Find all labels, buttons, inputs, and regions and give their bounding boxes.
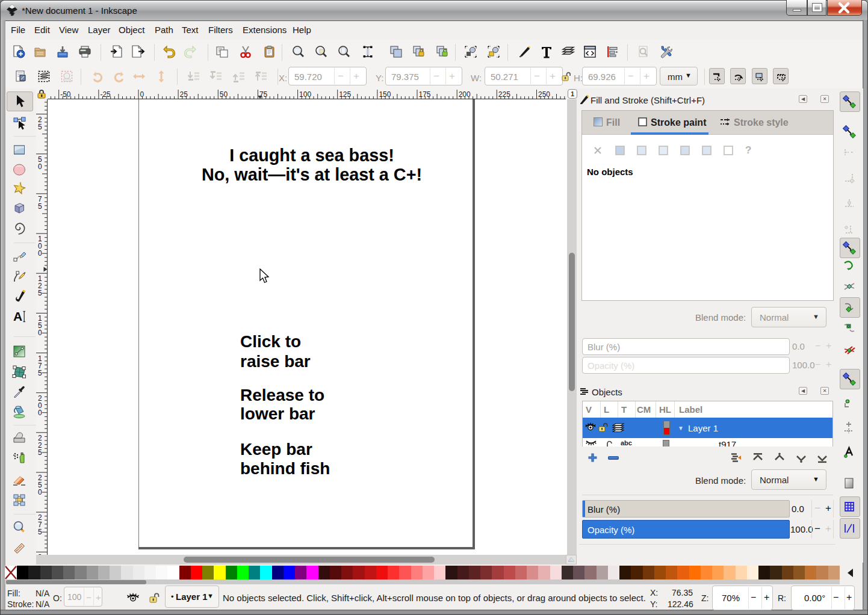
svg-text:0: 0 <box>38 329 42 337</box>
svg-text:5: 5 <box>38 289 42 297</box>
svg-text:5: 5 <box>38 123 42 131</box>
svg-text:0: 0 <box>38 249 42 258</box>
svg-text:250: 250 <box>538 90 550 99</box>
svg-text:0: 0 <box>38 162 42 171</box>
svg-text:5: 5 <box>38 448 42 457</box>
svg-text:100: 100 <box>299 90 311 99</box>
svg-text:-25: -25 <box>100 90 111 99</box>
svg-text:0: 0 <box>38 488 42 496</box>
svg-text:50: 50 <box>220 90 228 99</box>
svg-text:125: 125 <box>339 90 351 99</box>
svg-text:-50: -50 <box>60 90 71 99</box>
svg-text:175: 175 <box>419 90 431 99</box>
svg-text:225: 225 <box>498 90 510 99</box>
svg-text:150: 150 <box>379 90 391 99</box>
svg-text:200: 200 <box>459 90 471 99</box>
svg-text:5: 5 <box>38 369 42 377</box>
svg-text:0: 0 <box>140 90 144 99</box>
svg-text:5: 5 <box>38 202 42 211</box>
svg-text:5: 5 <box>38 528 42 536</box>
svg-text:A: A <box>13 309 22 323</box>
svg-text:0: 0 <box>38 409 42 417</box>
svg-text:25: 25 <box>180 90 188 99</box>
